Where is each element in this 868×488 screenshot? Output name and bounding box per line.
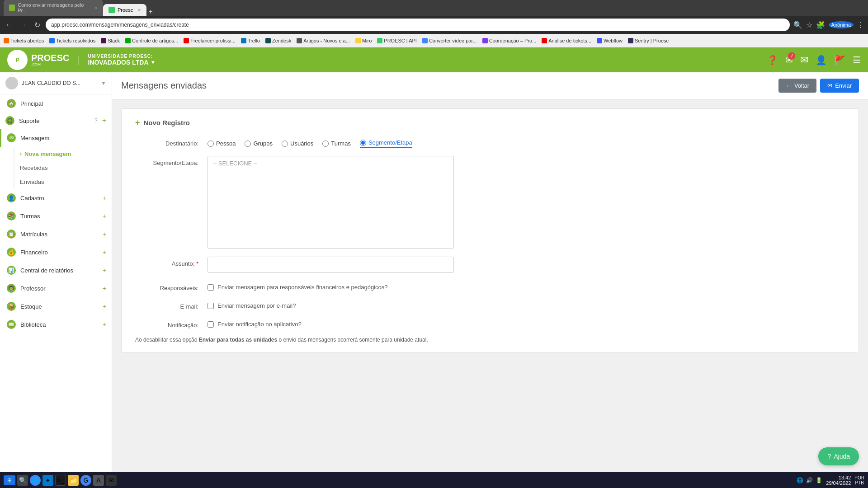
taskbar-search-icon[interactable]: 🔍	[17, 475, 28, 486]
user-icon[interactable]: 👤	[816, 55, 827, 66]
responsaveis-checkbox[interactable]	[208, 284, 214, 291]
notifications-icon[interactable]: ✉ 2	[785, 55, 793, 66]
help-icon[interactable]: ❓	[767, 55, 778, 66]
tab-close-2[interactable]: ✕	[137, 8, 141, 13]
turmas-expand-icon[interactable]: +	[103, 212, 106, 220]
biblioteca-expand-icon[interactable]: +	[103, 321, 106, 328]
taskbar-explorer-icon[interactable]: 📁	[68, 475, 79, 486]
chevron-down-icon[interactable]: ▼	[151, 59, 156, 66]
new-tab-button[interactable]: +	[148, 8, 152, 16]
bookmark-zendesk[interactable]: Zendesk	[265, 38, 291, 43]
ajuda-button[interactable]: ? Ajuda	[818, 447, 859, 465]
bookmark-analise[interactable]: Analise de tickets...	[542, 38, 591, 43]
bookmark-artigos[interactable]: Artigos - Novos e a...	[297, 38, 350, 43]
relatorios-expand-icon[interactable]: +	[103, 267, 106, 274]
cadastro-expand-icon[interactable]: +	[103, 194, 106, 202]
url-text: app.proesc.com/mensagem/mensagens_enviad…	[51, 22, 189, 28]
menu-hamburger-icon[interactable]: ☰	[853, 55, 861, 66]
notificacao-checkbox[interactable]	[208, 321, 214, 328]
footer-note-prefix: Ao desabilitar essa opção	[135, 337, 199, 343]
bookmark-converter[interactable]: Converter vídeo par...	[422, 38, 477, 43]
taskbar-terminal-icon[interactable]: >_	[55, 475, 66, 486]
submenu-enviadas[interactable]: Enviadas	[14, 175, 112, 189]
matriculas-expand-icon[interactable]: +	[103, 230, 106, 238]
professor-expand-icon[interactable]: +	[103, 285, 106, 292]
back-nav-button[interactable]: ←	[4, 19, 14, 31]
email-checkbox-label[interactable]: Enviar mensagem por e-mail?	[208, 300, 845, 309]
notificacao-checkbox-label[interactable]: Enviar notificação no aplicativo?	[208, 318, 845, 328]
suporte-help-icon[interactable]: ?	[94, 117, 98, 124]
bookmark-trello[interactable]: Trello	[241, 38, 260, 43]
radio-grupos[interactable]: Grupos	[245, 140, 273, 147]
bookmark-proesc-api[interactable]: PROESC | API	[377, 38, 417, 43]
estoque-expand-icon[interactable]: +	[103, 303, 106, 310]
reload-button[interactable]: ↻	[33, 19, 42, 31]
segmento-select-box[interactable]: – SELECIONE –	[208, 156, 454, 249]
sidebar-item-principal[interactable]: 🏠 Principal	[0, 94, 112, 113]
taskbar-chrome-icon[interactable]: 🌐	[30, 475, 41, 486]
star-icon[interactable]: ☆	[806, 21, 812, 29]
forward-nav-button[interactable]: →	[18, 19, 29, 31]
user-avatar	[5, 77, 18, 89]
sidebar-item-cadastro[interactable]: 👤 Cadastro +	[0, 189, 112, 207]
suporte-add-icon[interactable]: +	[102, 117, 106, 125]
bookmark-tickets-abertos[interactable]: Tickets abertos	[4, 38, 44, 43]
radio-pessoa[interactable]: Pessoa	[208, 140, 236, 147]
submenu-recebidas[interactable]: Recebidas	[14, 161, 112, 175]
financeiro-expand-icon[interactable]: +	[103, 249, 106, 256]
radio-usuarios-input[interactable]	[282, 141, 288, 147]
taskbar-app-icon[interactable]: A	[93, 475, 104, 486]
enviadas-label: Enviadas	[20, 178, 44, 185]
sidebar-item-mensagem[interactable]: ✉ Mensagem −	[0, 129, 112, 147]
radio-segmento[interactable]: Segmento/Etapa	[360, 139, 412, 148]
mail-icon[interactable]: ✉	[800, 54, 808, 66]
responsaveis-checkbox-label[interactable]: Enviar mensagem para responsáveis financ…	[208, 281, 845, 291]
search-icon[interactable]: 🔍	[793, 21, 802, 29]
menu-icon[interactable]: ⋮	[857, 21, 864, 29]
sidebar-item-relatorios[interactable]: 📊 Central de relatórios +	[0, 261, 112, 279]
radio-grupos-input[interactable]	[245, 141, 251, 147]
bookmark-tickets-resolvidos[interactable]: Tickets resolvidos	[49, 38, 95, 43]
email-checkbox[interactable]	[208, 303, 214, 309]
sidebar-item-suporte[interactable]: 🎧 Suporte ? +	[0, 113, 112, 129]
taskbar-chrome2-icon[interactable]: G	[80, 475, 91, 486]
tab-close-1[interactable]: ✕	[94, 5, 98, 10]
sidebar-item-estoque[interactable]: 📦 Estoque +	[0, 297, 112, 315]
start-button[interactable]: ⊞	[4, 475, 15, 485]
sidebar-item-biblioteca[interactable]: 📖 Biblioteca +	[0, 315, 112, 333]
assunto-input[interactable]	[208, 257, 454, 273]
sidebar-item-turmas[interactable]: 📚 Turmas +	[0, 207, 112, 225]
radio-turmas-input[interactable]	[322, 141, 329, 147]
radio-segmento-input[interactable]	[360, 140, 366, 146]
extensions-icon[interactable]: 🧩	[816, 21, 825, 29]
mensagem-collapse-icon[interactable]: −	[103, 134, 106, 141]
bookmark-slack[interactable]: Slack	[101, 38, 120, 43]
tab-active[interactable]: Proesc ✕	[103, 4, 146, 16]
bookmark-sentry[interactable]: Sentry | Proesc	[628, 38, 669, 43]
user-circle-icon[interactable]: Anônima	[829, 21, 854, 28]
taskbar-mail-icon[interactable]: ✉	[106, 475, 117, 486]
bookmark-webflow[interactable]: Webflow	[597, 38, 623, 43]
bookmark-miro[interactable]: Miro	[355, 38, 372, 43]
back-button[interactable]: ← Voltar	[778, 79, 816, 93]
taskbar-vscode-icon[interactable]: ✦	[42, 475, 53, 486]
battery-icon: 🔋	[816, 477, 822, 483]
flag-icon[interactable]: 🚩	[834, 55, 845, 66]
sidebar-item-professor[interactable]: 👨‍🏫 Professor +	[0, 279, 112, 297]
bookmark-coordenacao[interactable]: Coordenação – Pro...	[482, 38, 537, 43]
radio-usuarios[interactable]: Usuários	[282, 140, 313, 147]
url-bar[interactable]: app.proesc.com/mensagem/mensagens_enviad…	[46, 19, 790, 31]
bookmark-controle[interactable]: Controle de artigos...	[125, 38, 178, 43]
radio-turmas-label: Turmas	[331, 140, 351, 147]
user-bar[interactable]: JEAN CLAUDIO DO S... ▼	[0, 72, 112, 94]
bookmark-freelancer[interactable]: Freelancer profissi...	[184, 38, 236, 43]
tab-inactive[interactable]: Como enviar mensagens pelo Pr... ✕	[4, 0, 103, 16]
radio-pessoa-input[interactable]	[208, 141, 214, 147]
sidebar-item-matriculas[interactable]: 📋 Matrículas +	[0, 225, 112, 243]
radio-pessoa-label: Pessoa	[216, 140, 236, 147]
radio-turmas[interactable]: Turmas	[322, 140, 351, 147]
sidebar-item-financeiro[interactable]: 💰 Financeiro +	[0, 243, 112, 261]
ajuda-icon: ?	[827, 453, 831, 460]
send-button[interactable]: ✉ Enviar	[820, 79, 859, 93]
submenu-nova-mensagem[interactable]: › Nova mensagem	[14, 147, 112, 161]
